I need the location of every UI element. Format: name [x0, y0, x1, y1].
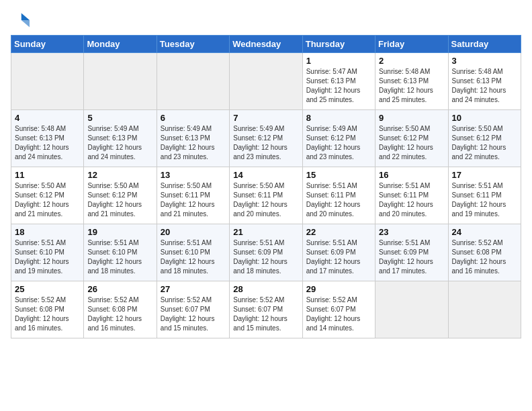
- day-number: 15: [306, 170, 371, 180]
- calendar-cell: [157, 53, 229, 110]
- day-detail: Sunrise: 5:52 AMSunset: 6:08 PMDaylight:…: [452, 238, 517, 276]
- weekday-header-thursday: Thursday: [302, 36, 375, 53]
- calendar-cell: 2Sunrise: 5:48 AMSunset: 6:13 PMDaylight…: [375, 53, 448, 110]
- day-detail: Sunrise: 5:49 AMSunset: 6:13 PMDaylight:…: [87, 124, 152, 162]
- day-detail: Sunrise: 5:52 AMSunset: 6:08 PMDaylight:…: [87, 295, 152, 333]
- logo: [11, 11, 32, 30]
- calendar-cell: 17Sunrise: 5:51 AMSunset: 6:11 PMDayligh…: [448, 167, 521, 224]
- day-number: 7: [233, 113, 298, 123]
- day-detail: Sunrise: 5:49 AMSunset: 6:12 PMDaylight:…: [306, 124, 371, 162]
- day-detail: Sunrise: 5:47 AMSunset: 6:13 PMDaylight:…: [306, 67, 371, 105]
- day-detail: Sunrise: 5:51 AMSunset: 6:09 PMDaylight:…: [306, 238, 371, 276]
- calendar-cell: 4Sunrise: 5:48 AMSunset: 6:13 PMDaylight…: [11, 110, 84, 167]
- day-detail: Sunrise: 5:48 AMSunset: 6:13 PMDaylight:…: [452, 67, 517, 105]
- calendar-cell: 23Sunrise: 5:51 AMSunset: 6:09 PMDayligh…: [375, 224, 448, 281]
- calendar-cell: 24Sunrise: 5:52 AMSunset: 6:08 PMDayligh…: [448, 224, 521, 281]
- day-detail: Sunrise: 5:50 AMSunset: 6:11 PMDaylight:…: [233, 181, 298, 219]
- day-detail: Sunrise: 5:52 AMSunset: 6:07 PMDaylight:…: [306, 295, 371, 333]
- day-detail: Sunrise: 5:51 AMSunset: 6:11 PMDaylight:…: [379, 181, 444, 219]
- calendar-cell: 29Sunrise: 5:52 AMSunset: 6:07 PMDayligh…: [302, 281, 375, 338]
- calendar-cell: 20Sunrise: 5:51 AMSunset: 6:10 PMDayligh…: [157, 224, 229, 281]
- day-number: 3: [452, 56, 517, 66]
- weekday-header-friday: Friday: [375, 36, 448, 53]
- day-number: 9: [379, 113, 444, 123]
- day-detail: Sunrise: 5:50 AMSunset: 6:12 PMDaylight:…: [87, 181, 152, 219]
- day-detail: Sunrise: 5:50 AMSunset: 6:12 PMDaylight:…: [15, 181, 80, 219]
- day-detail: Sunrise: 5:51 AMSunset: 6:11 PMDaylight:…: [306, 181, 371, 219]
- day-detail: Sunrise: 5:51 AMSunset: 6:11 PMDaylight:…: [452, 181, 517, 219]
- day-detail: Sunrise: 5:51 AMSunset: 6:09 PMDaylight:…: [379, 238, 444, 276]
- calendar-cell: 12Sunrise: 5:50 AMSunset: 6:12 PMDayligh…: [84, 167, 157, 224]
- calendar-cell: 6Sunrise: 5:49 AMSunset: 6:13 PMDaylight…: [157, 110, 229, 167]
- calendar-cell: 15Sunrise: 5:51 AMSunset: 6:11 PMDayligh…: [302, 167, 375, 224]
- calendar-cell: 26Sunrise: 5:52 AMSunset: 6:08 PMDayligh…: [84, 281, 157, 338]
- calendar-cell: 3Sunrise: 5:48 AMSunset: 6:13 PMDaylight…: [448, 53, 521, 110]
- weekday-header-wednesday: Wednesday: [230, 36, 302, 53]
- logo-icon: [11, 11, 30, 30]
- calendar-cell: 7Sunrise: 5:49 AMSunset: 6:12 PMDaylight…: [230, 110, 302, 167]
- page-header: [11, 11, 521, 30]
- day-number: 23: [379, 227, 444, 237]
- day-number: 29: [306, 284, 371, 294]
- day-number: 2: [379, 56, 444, 66]
- day-detail: Sunrise: 5:48 AMSunset: 6:13 PMDaylight:…: [379, 67, 444, 105]
- calendar-cell: 21Sunrise: 5:51 AMSunset: 6:09 PMDayligh…: [230, 224, 302, 281]
- calendar-cell: 11Sunrise: 5:50 AMSunset: 6:12 PMDayligh…: [11, 167, 84, 224]
- svg-marker-2: [21, 20, 30, 28]
- calendar-cell: 13Sunrise: 5:50 AMSunset: 6:11 PMDayligh…: [157, 167, 229, 224]
- calendar-cell: 16Sunrise: 5:51 AMSunset: 6:11 PMDayligh…: [375, 167, 448, 224]
- day-number: 14: [233, 170, 298, 180]
- calendar-cell: [84, 53, 157, 110]
- day-number: 8: [306, 113, 371, 123]
- day-detail: Sunrise: 5:51 AMSunset: 6:09 PMDaylight:…: [233, 238, 298, 276]
- day-number: 1: [306, 56, 371, 66]
- day-number: 18: [15, 227, 80, 237]
- day-number: 4: [15, 113, 80, 123]
- calendar-cell: [230, 53, 302, 110]
- day-detail: Sunrise: 5:49 AMSunset: 6:13 PMDaylight:…: [161, 124, 226, 162]
- weekday-header-saturday: Saturday: [448, 36, 521, 53]
- calendar-cell: 14Sunrise: 5:50 AMSunset: 6:11 PMDayligh…: [230, 167, 302, 224]
- day-number: 28: [233, 284, 298, 294]
- day-detail: Sunrise: 5:51 AMSunset: 6:10 PMDaylight:…: [161, 238, 226, 276]
- calendar-cell: [375, 281, 448, 338]
- day-number: 20: [161, 227, 226, 237]
- day-number: 22: [306, 227, 371, 237]
- calendar-cell: 18Sunrise: 5:51 AMSunset: 6:10 PMDayligh…: [11, 224, 84, 281]
- day-number: 12: [87, 170, 152, 180]
- calendar-cell: 5Sunrise: 5:49 AMSunset: 6:13 PMDaylight…: [84, 110, 157, 167]
- day-number: 10: [452, 113, 517, 123]
- day-number: 24: [452, 227, 517, 237]
- calendar-cell: 9Sunrise: 5:50 AMSunset: 6:12 PMDaylight…: [375, 110, 448, 167]
- day-detail: Sunrise: 5:52 AMSunset: 6:07 PMDaylight:…: [233, 295, 298, 333]
- day-detail: Sunrise: 5:49 AMSunset: 6:12 PMDaylight:…: [233, 124, 298, 162]
- calendar-cell: [11, 53, 84, 110]
- calendar-cell: 8Sunrise: 5:49 AMSunset: 6:12 PMDaylight…: [302, 110, 375, 167]
- calendar-table: SundayMondayTuesdayWednesdayThursdayFrid…: [11, 35, 521, 338]
- day-detail: Sunrise: 5:52 AMSunset: 6:07 PMDaylight:…: [161, 295, 226, 333]
- day-number: 25: [15, 284, 80, 294]
- day-detail: Sunrise: 5:50 AMSunset: 6:11 PMDaylight:…: [161, 181, 226, 219]
- calendar-cell: 1Sunrise: 5:47 AMSunset: 6:13 PMDaylight…: [302, 53, 375, 110]
- day-detail: Sunrise: 5:52 AMSunset: 6:08 PMDaylight:…: [15, 295, 80, 333]
- day-number: 21: [233, 227, 298, 237]
- day-number: 17: [452, 170, 517, 180]
- day-number: 11: [15, 170, 80, 180]
- calendar-cell: 28Sunrise: 5:52 AMSunset: 6:07 PMDayligh…: [230, 281, 302, 338]
- weekday-header-monday: Monday: [84, 36, 157, 53]
- calendar-cell: 19Sunrise: 5:51 AMSunset: 6:10 PMDayligh…: [84, 224, 157, 281]
- day-detail: Sunrise: 5:51 AMSunset: 6:10 PMDaylight:…: [15, 238, 80, 276]
- calendar-cell: 10Sunrise: 5:50 AMSunset: 6:12 PMDayligh…: [448, 110, 521, 167]
- day-number: 13: [161, 170, 226, 180]
- calendar-cell: 22Sunrise: 5:51 AMSunset: 6:09 PMDayligh…: [302, 224, 375, 281]
- day-number: 27: [161, 284, 226, 294]
- day-detail: Sunrise: 5:50 AMSunset: 6:12 PMDaylight:…: [379, 124, 444, 162]
- calendar-cell: 27Sunrise: 5:52 AMSunset: 6:07 PMDayligh…: [157, 281, 229, 338]
- weekday-header-sunday: Sunday: [11, 36, 84, 53]
- day-number: 6: [161, 113, 226, 123]
- day-detail: Sunrise: 5:50 AMSunset: 6:12 PMDaylight:…: [452, 124, 517, 162]
- day-number: 26: [87, 284, 152, 294]
- weekday-header-tuesday: Tuesday: [157, 36, 229, 53]
- day-number: 19: [87, 227, 152, 237]
- day-detail: Sunrise: 5:51 AMSunset: 6:10 PMDaylight:…: [87, 238, 152, 276]
